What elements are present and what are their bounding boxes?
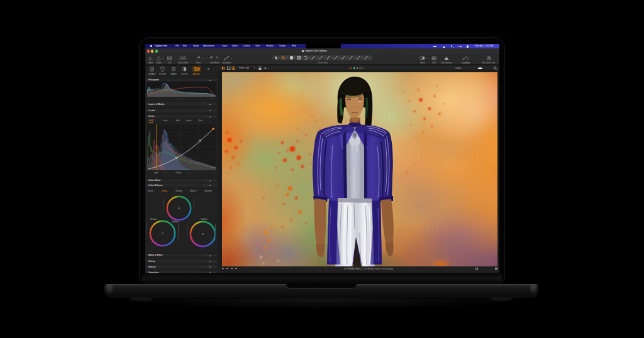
svg-text:176%: 176% xyxy=(455,67,461,69)
svg-text:14: 14 xyxy=(349,67,352,69)
svg-text:1: 1 xyxy=(363,67,364,69)
svg-text:A: A xyxy=(357,67,358,69)
